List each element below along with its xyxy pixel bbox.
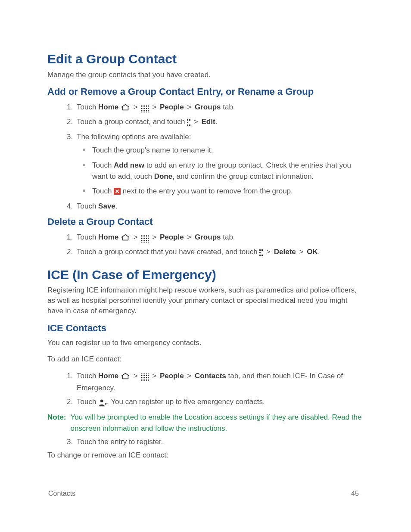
- del-step-1: Touch Home > > People > Groups tab.: [75, 232, 364, 244]
- ice-add-lead: To add an ICE contact:: [47, 354, 364, 364]
- apps-icon: [141, 233, 149, 244]
- ice-step-3: Touch the entry to register.: [75, 436, 364, 448]
- home-icon: [121, 372, 130, 383]
- option-add-new: Touch Add new to add an entry to the gro…: [92, 160, 364, 183]
- option-remove: Touch next to the entry you want to remo…: [92, 186, 364, 197]
- step-1: Touch Home > > People > Groups tab.: [75, 102, 364, 114]
- steps-ice: Touch Home > > People > Contacts tab, an…: [47, 370, 364, 409]
- steps-add-remove: Touch Home > > People > Groups tab. Touc…: [47, 102, 364, 212]
- step-3: The following options are available: Tou…: [75, 131, 364, 197]
- page-footer: Contacts 45: [48, 490, 364, 498]
- step-2: Touch a group contact, and touch > Edit.: [75, 116, 364, 129]
- heading-ice-contacts: ICE Contacts: [47, 322, 364, 335]
- ice-step-1: Touch Home > > People > Contacts tab, an…: [75, 370, 364, 394]
- apps-icon: [141, 372, 149, 383]
- footer-section-name: Contacts: [48, 490, 252, 498]
- ice-limit-text: You can register up to five emergency co…: [47, 338, 364, 348]
- heading-edit-group: Edit a Group Contact: [47, 51, 364, 67]
- ice-change-lead: To change or remove an ICE contact:: [47, 450, 364, 460]
- steps-ice-cont: Touch the entry to register.: [47, 436, 364, 448]
- apps-icon: [141, 103, 149, 114]
- note-label: Note:: [47, 412, 66, 434]
- delete-x-icon: [114, 188, 121, 195]
- note-text: You will be prompted to enable the Locat…: [70, 412, 364, 434]
- home-icon: [121, 103, 130, 114]
- del-step-2: Touch a group contact that you have crea…: [75, 246, 364, 259]
- steps-delete: Touch Home > > People > Groups tab. Touc…: [47, 232, 364, 259]
- footer-page-number: 45: [346, 490, 364, 498]
- step-4: Touch Save.: [75, 201, 364, 212]
- intro-ice: Registering ICE information might help r…: [47, 285, 364, 316]
- ice-step-2: Touch . You can register up to five emer…: [75, 396, 364, 409]
- heading-ice: ICE (In Case of Emergency): [47, 267, 364, 283]
- note-block: Note: You will be prompted to enable the…: [47, 412, 364, 434]
- heading-delete-group: Delete a Group Contact: [47, 216, 364, 228]
- heading-add-remove: Add or Remove a Group Contact Entry, or …: [47, 86, 364, 98]
- options-list: Touch the group's name to rename it. Tou…: [77, 145, 364, 197]
- option-rename: Touch the group's name to rename it.: [92, 145, 364, 156]
- document-page: Edit a Group Contact Manage the group co…: [0, 0, 411, 532]
- overflow-menu-icon: [187, 118, 190, 129]
- home-icon: [121, 233, 130, 244]
- overflow-menu-icon: [259, 248, 263, 259]
- add-contact-icon: [98, 398, 107, 409]
- intro-edit-group: Manage the group contacts that you have …: [47, 70, 364, 80]
